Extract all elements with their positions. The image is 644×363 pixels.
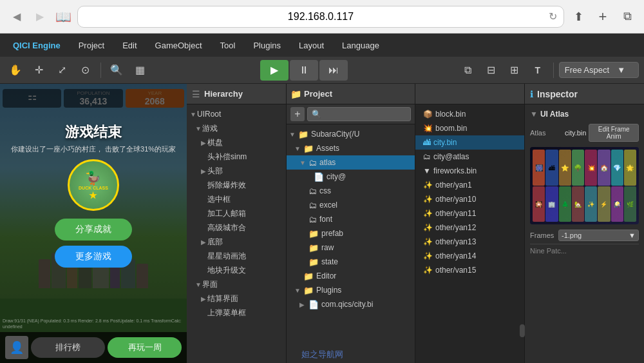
tree-item-worker-email[interactable]: ▶ 加工人邮箱 (187, 206, 286, 221)
project-add-button[interactable]: + (290, 107, 305, 121)
file-other-yan14[interactable]: ✨ other/yan14 (415, 249, 524, 263)
tree-item-settle-ui[interactable]: ▶ 结算界面 (187, 291, 286, 306)
atlas-field-row: Atlas city.bin Edit Frame Anim (530, 124, 639, 142)
proj-item-prefab[interactable]: ▶ 📁 prefab (287, 226, 415, 240)
share-icon[interactable]: ⬆ (569, 8, 587, 26)
proj-item-city-at[interactable]: ▶ 📄 city@ (287, 170, 415, 184)
tree-item-select-frame[interactable]: ▶ 选中框 (187, 192, 286, 206)
share-achievement-button[interactable]: 分享成就 (55, 219, 132, 240)
city-atlas-icon: 🗂 (423, 152, 431, 161)
frames-row: Frames -1.png ▼ (530, 230, 639, 241)
back-button[interactable]: ◀ (8, 8, 26, 26)
file-other-yan10[interactable]: ✨ other/yan10 (415, 192, 524, 206)
menu-edit[interactable]: Edit (115, 38, 144, 53)
tree-item-head[interactable]: ▶ 头部 (187, 164, 286, 178)
edit-frame-anim-button[interactable]: Edit Frame Anim (589, 124, 639, 142)
menu-gameobject[interactable]: GameObject (147, 38, 210, 53)
menu-project[interactable]: Project (71, 38, 112, 53)
game-over-title: 游戏结束 (65, 123, 122, 142)
pause-button[interactable]: ⏸ (290, 60, 318, 81)
tree-item-uiroot[interactable]: ▼ UIRoot (187, 107, 286, 121)
tree-item-chessboard[interactable]: ▶ 棋盘 (187, 135, 286, 150)
proj-item-state[interactable]: ▶ 📁 state (287, 255, 415, 269)
yan13-icon: ✨ (423, 237, 433, 246)
file-city-bin[interactable]: 🏙 city.bin (415, 135, 524, 150)
proj-item-css[interactable]: ▶ 🗂 css (287, 184, 415, 198)
target-tool-btn[interactable]: ⊙ (75, 60, 95, 81)
tree-item-popup-menu[interactable]: ▶ 上弹菜单框 (187, 306, 286, 320)
menu-qici-engine[interactable]: QICI Engine (5, 38, 68, 53)
layout-btn-3[interactable]: ⊞ (504, 60, 525, 81)
forward-button[interactable]: ▶ (31, 8, 49, 26)
replay-button[interactable]: 再玩一周 (108, 337, 182, 358)
text-tool-btn[interactable]: T (527, 60, 548, 81)
menu-layout[interactable]: Layout (291, 38, 332, 53)
file-other-yan12[interactable]: ✨ other/yan12 (415, 221, 524, 235)
layout-btn-2[interactable]: ⊟ (481, 60, 502, 81)
step-button[interactable]: ⏭ (319, 60, 348, 81)
boom-bin-icon: 💥 (423, 124, 433, 133)
proj-item-atlas[interactable]: ▼ 🗂 atlas (287, 155, 415, 170)
url-text: 192.168.0.117 (288, 11, 354, 23)
bookmarks-icon[interactable]: 📖 (54, 8, 72, 26)
menu-tool[interactable]: Tool (213, 38, 243, 53)
frames-label: Frames (530, 231, 556, 239)
hand-tool-btn[interactable]: ✋ (5, 60, 26, 81)
file-other-yan1[interactable]: ✨ other/yan1 (415, 178, 524, 192)
game-over-subtitle: 你建设出了一座小巧的村庄， 击败了全球31%的玩家 (11, 144, 176, 154)
yan12-icon: ✨ (423, 223, 433, 232)
leaderboard-button[interactable]: 排行榜 (31, 337, 105, 358)
file-fireworks-bin[interactable]: ▼ fireworks.bin (415, 164, 524, 178)
proj-item-raw[interactable]: ▶ 📁 raw (287, 240, 415, 255)
section-arrow-icon: ▼ (530, 110, 538, 119)
project-panel: 📁 Project + 🔍 ▼ 📁 SubaraCity(/U ▼ 📁 Asse… (287, 84, 415, 363)
aspect-ratio-dropdown[interactable]: Free Aspect ▼ (559, 62, 639, 78)
menu-plugins[interactable]: Plugins (245, 38, 289, 53)
game-viewport: ⚏ POPULATION 36,413 YEAR 2068 游戏结束 你建设出了… (0, 84, 187, 363)
proj-item-editor[interactable]: ▶ 📁 Editor (287, 269, 415, 283)
tree-item-game[interactable]: ▼ 游戏 (187, 121, 286, 135)
hierarchy-tree: ▼ UIRoot ▼ 游戏 ▶ 棋盘 ▶ 头补偿sinm ▶ 头部 ▶ 拆除爆炸… (187, 104, 286, 363)
proj-item-com-qics[interactable]: ▶ 📄 com.qics/city.bi (287, 297, 415, 311)
more-games-button[interactable]: 更多游戏 (55, 246, 132, 268)
move-tool-btn[interactable]: ✛ (28, 60, 49, 81)
project-toolbar: 📁 Project (287, 84, 415, 104)
play-button[interactable]: ▶ (260, 60, 289, 81)
browser-bar: ◀ ▶ 📖 192.168.0.117 ↻ ⬆ + ⧉ (0, 0, 644, 34)
proj-item-plugins[interactable]: ▼ 📁 Plugins (287, 283, 415, 297)
player-avatar: 👤 (5, 336, 28, 359)
hierarchy-icon: ☰ (192, 89, 200, 99)
grid-tool-btn[interactable]: ▦ (129, 60, 150, 81)
file-boom-bin[interactable]: 💥 boom.bin (415, 121, 524, 135)
refresh-icon[interactable]: ↻ (549, 10, 557, 23)
add-tab-icon[interactable]: + (594, 8, 612, 26)
proj-item-subaracity[interactable]: ▼ 📁 SubaraCity(/U (287, 127, 415, 141)
tree-item-head-comp[interactable]: ▶ 头补偿sinm (187, 150, 286, 164)
fireworks-bin-icon: ▼ (423, 166, 431, 175)
tree-item-ui[interactable]: ▼ 界面 (187, 277, 286, 291)
file-other-van15[interactable]: ✨ other/van15 (415, 263, 524, 277)
tabs-icon[interactable]: ⧉ (618, 8, 636, 26)
frames-dropdown[interactable]: -1.png ▼ (558, 230, 639, 241)
tree-item-explode[interactable]: ▶ 拆除爆炸效 (187, 178, 286, 192)
scale-tool-btn[interactable]: ⤢ (52, 60, 72, 81)
tree-item-block-upgrade[interactable]: ▶ 地块升级文 (187, 263, 286, 277)
zoom-tool-btn[interactable]: 🔍 (106, 60, 127, 81)
inspector-title: Inspector (537, 89, 578, 99)
frames-dropdown-arrow-icon: ▼ (629, 231, 636, 239)
toolbar-sep-2 (553, 63, 554, 78)
tree-item-bottom[interactable]: ▶ 底部 (187, 235, 286, 249)
file-block-bin[interactable]: 📦 block.bin (415, 107, 524, 121)
url-bar[interactable]: 192.168.0.117 ↻ (77, 6, 564, 28)
tree-item-star-pool[interactable]: ▶ 星星动画池 (187, 249, 286, 263)
game-screen: ⚏ POPULATION 36,413 YEAR 2068 游戏结束 你建设出了… (0, 84, 187, 363)
menu-language[interactable]: Language (334, 38, 387, 53)
layout-btn-1[interactable]: ⧉ (458, 60, 478, 81)
proj-item-assets[interactable]: ▼ 📁 Assets (287, 141, 415, 155)
proj-item-font[interactable]: ▶ 🗂 font (287, 212, 415, 226)
file-city-atlas[interactable]: 🗂 city@atlas (415, 150, 524, 164)
file-other-yan11[interactable]: ✨ other/yan11 (415, 206, 524, 221)
proj-item-excel[interactable]: ▶ 🗂 excel (287, 198, 415, 212)
file-other-yan13[interactable]: ✨ other/yan13 (415, 235, 524, 249)
tree-item-advanced-city[interactable]: ▶ 高级城市合 (187, 221, 286, 235)
